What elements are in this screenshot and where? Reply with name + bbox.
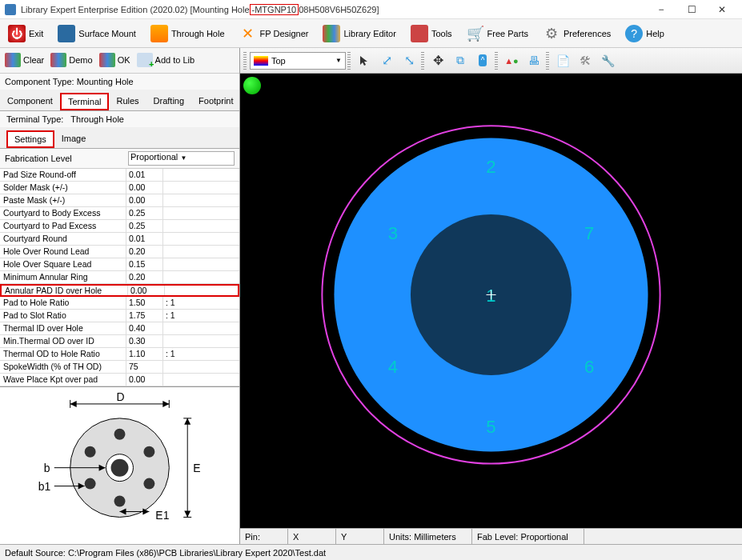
tab-drafting[interactable]: Drafting bbox=[146, 93, 192, 110]
pad-7: 7 bbox=[584, 223, 594, 243]
svg-marker-3 bbox=[70, 401, 77, 407]
setting-value[interactable]: 0.00 bbox=[126, 182, 163, 194]
demo-icon bbox=[50, 53, 66, 67]
status-y: Y bbox=[336, 529, 384, 544]
layer-select[interactable]: Top ▼ bbox=[250, 52, 346, 70]
toolbar-grip bbox=[546, 52, 549, 70]
chip-icon bbox=[58, 25, 75, 42]
new-doc-button[interactable]: 📄 bbox=[552, 50, 573, 71]
fabrication-select[interactable]: Proportional ▼ bbox=[128, 151, 235, 166]
exit-label: Exit bbox=[29, 29, 43, 38]
component-type-row: Component Type: Mounting Hole bbox=[0, 74, 239, 90]
move-icon: ✥ bbox=[433, 53, 443, 68]
setting-value[interactable]: 0.01 bbox=[126, 169, 163, 181]
ok-button[interactable]: OK bbox=[99, 53, 130, 67]
home-button[interactable]: ^ bbox=[472, 50, 493, 71]
zoom-extents-button[interactable]: ⤢ bbox=[376, 50, 397, 71]
tools-button[interactable]: Tools bbox=[411, 25, 452, 42]
tab-rules[interactable]: Rules bbox=[109, 93, 146, 110]
setting-row: Wave Place Kpt over pad0.00 bbox=[0, 374, 239, 386]
tab-component[interactable]: Component bbox=[0, 93, 60, 110]
arrows-out-icon: ⤢ bbox=[382, 53, 392, 68]
terminal-type-label: Terminal Type: bbox=[6, 114, 63, 124]
fabrication-value: Proportional bbox=[130, 152, 178, 162]
setting-label: Hole Over Round Lead bbox=[0, 246, 126, 258]
setting-row: Min.Thermal OD over ID0.30 bbox=[0, 335, 239, 348]
through-hole-button[interactable]: Through Hole bbox=[150, 25, 225, 42]
setting-row: Annular PAD ID over Hole0.00 bbox=[0, 284, 239, 297]
pointer-button[interactable] bbox=[354, 50, 375, 71]
setting-value[interactable]: 0.00 bbox=[128, 286, 165, 295]
minimize-button[interactable]: − bbox=[646, 0, 676, 19]
setting-value[interactable]: 0.00 bbox=[126, 374, 163, 386]
color-button[interactable]: ▲● bbox=[501, 50, 522, 71]
setting-value[interactable]: 0.15 bbox=[126, 258, 163, 270]
setting-value[interactable]: 0.01 bbox=[126, 233, 163, 245]
setting-label: Courtyard Round bbox=[0, 233, 126, 245]
chevron-down-icon: ▼ bbox=[180, 154, 187, 162]
status-indicator-icon bbox=[243, 77, 261, 94]
component-type-value: Mounting Hole bbox=[77, 77, 134, 86]
setting-value[interactable]: 0.20 bbox=[126, 271, 163, 283]
library-editor-button[interactable]: Library Editor bbox=[323, 25, 395, 42]
dim-d: D bbox=[117, 390, 125, 403]
tab-footprint[interactable]: Footprint bbox=[191, 93, 240, 110]
setting-value[interactable]: 75 bbox=[126, 361, 163, 373]
toolbar-grip bbox=[495, 52, 498, 70]
power-icon: ⏻ bbox=[8, 25, 26, 42]
free-parts-button[interactable]: 🛒Free Parts bbox=[467, 25, 528, 42]
setting-value[interactable]: 0.00 bbox=[126, 194, 163, 206]
maximize-button[interactable]: ☐ bbox=[676, 0, 707, 19]
setting-value[interactable]: 0.25 bbox=[126, 207, 163, 219]
wrench-button[interactable]: 🔧 bbox=[597, 50, 618, 71]
close-button[interactable]: ✕ bbox=[707, 0, 737, 19]
clear-icon bbox=[5, 53, 21, 67]
fabrication-row: Fabrication Level Proportional ▼ bbox=[0, 149, 239, 168]
setting-suffix: : 1 bbox=[163, 310, 178, 322]
window-titlebar: Library Expert Enterprise Edition (2020.… bbox=[0, 0, 742, 19]
exit-button[interactable]: ⏻Exit bbox=[8, 25, 43, 42]
setting-label: Wave Place Kpt over pad bbox=[0, 374, 126, 386]
pointer-icon bbox=[358, 54, 371, 67]
layer-swatch-icon bbox=[254, 56, 268, 66]
setting-row: Courtyard Round0.01 bbox=[0, 233, 239, 246]
preferences-button[interactable]: ⚙Preferences bbox=[543, 25, 611, 42]
setting-label: Solder Mask (+/-) bbox=[0, 182, 126, 194]
pan-button[interactable]: ✥ bbox=[427, 50, 448, 71]
fp-designer-label: FP Designer bbox=[260, 29, 309, 38]
settings-grid: Pad Size Round-off0.01Solder Mask (+/-)0… bbox=[0, 168, 239, 386]
demo-label: Demo bbox=[69, 55, 92, 65]
demo-button[interactable]: Demo bbox=[50, 53, 92, 67]
setting-value[interactable]: 1.75 bbox=[126, 310, 163, 322]
add-to-lib-button[interactable]: +Add to Lib bbox=[137, 53, 195, 67]
setting-row: Pad to Hole Ratio1.50: 1 bbox=[0, 297, 239, 310]
setting-value[interactable]: 1.50 bbox=[126, 297, 163, 309]
main-tabs: Component Terminal Rules Drafting Footpr… bbox=[0, 90, 239, 111]
toolbox-icon bbox=[411, 25, 428, 42]
setting-value[interactable]: 1.10 bbox=[126, 348, 163, 360]
svg-marker-17 bbox=[184, 418, 191, 425]
footprint-canvas[interactable]: 1 2 3 4 5 6 7 bbox=[240, 74, 742, 528]
measure-button[interactable]: ⧉ bbox=[450, 50, 471, 71]
subtab-image[interactable]: Image bbox=[54, 130, 94, 148]
setting-value[interactable]: 0.30 bbox=[126, 335, 163, 347]
surface-mount-label: Surface Mount bbox=[78, 29, 136, 38]
setting-value[interactable]: 0.20 bbox=[126, 246, 163, 258]
help-button[interactable]: ?Help bbox=[625, 25, 664, 42]
app-icon bbox=[5, 4, 16, 15]
clear-button[interactable]: Clear bbox=[5, 53, 44, 67]
surface-mount-button[interactable]: Surface Mount bbox=[58, 25, 136, 42]
tools-icon: 🛠 bbox=[580, 54, 591, 67]
setting-label: Annular PAD ID over Hole bbox=[2, 286, 128, 295]
tab-terminal[interactable]: Terminal bbox=[60, 93, 110, 110]
fp-designer-button[interactable]: ✕FP Designer bbox=[239, 25, 309, 42]
print-button[interactable]: 🖶 bbox=[523, 50, 544, 71]
setting-value[interactable]: 0.25 bbox=[126, 220, 163, 232]
zoom-fit-button[interactable]: ⤡ bbox=[399, 50, 419, 71]
tools-button[interactable]: 🛠 bbox=[575, 50, 596, 71]
viewer-statusbar: Pin: X Y Units: Millimeters Fab Level: P… bbox=[240, 528, 742, 544]
left-panel: Clear Demo OK +Add to Lib Component Type… bbox=[0, 48, 240, 544]
setting-value[interactable]: 0.40 bbox=[126, 322, 163, 334]
subtab-settings[interactable]: Settings bbox=[6, 130, 54, 148]
through-hole-label: Through Hole bbox=[171, 29, 225, 38]
